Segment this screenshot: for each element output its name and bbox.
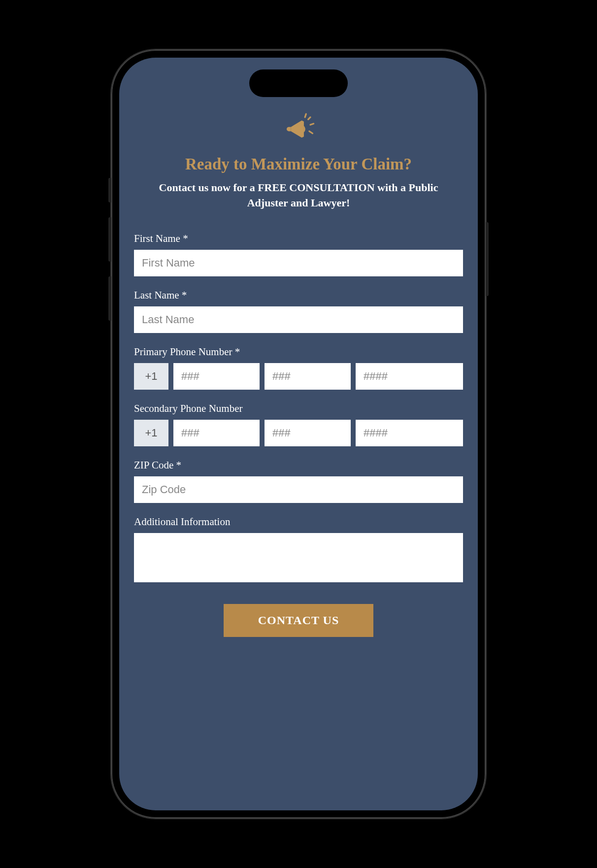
first-name-input[interactable] [134, 250, 463, 276]
primary-phone-area[interactable] [173, 363, 260, 390]
page-subheadline: Contact us now for a FREE CONSULTATION w… [134, 180, 463, 211]
first-name-label: First Name * [134, 233, 463, 245]
page-headline: Ready to Maximize Your Claim? [134, 155, 463, 173]
secondary-phone-area[interactable] [173, 420, 260, 446]
secondary-phone-label: Secondary Phone Number [134, 402, 463, 415]
megaphone-icon [281, 112, 316, 146]
primary-phone-group: Primary Phone Number * +1 [134, 346, 463, 390]
secondary-phone-prefix[interactable]: +1 [134, 420, 168, 446]
phone-screen: Ready to Maximize Your Claim? Contact us… [119, 58, 478, 810]
mute-switch [108, 178, 111, 202]
additional-info-textarea[interactable] [134, 533, 463, 582]
secondary-phone-group: Secondary Phone Number +1 [134, 402, 463, 446]
additional-info-group: Additional Information [134, 516, 463, 584]
zip-code-input[interactable] [134, 476, 463, 503]
additional-info-label: Additional Information [134, 516, 463, 528]
svg-line-2 [309, 131, 313, 133]
power-button [486, 222, 489, 296]
phone-device-frame: Ready to Maximize Your Claim? Contact us… [111, 50, 486, 818]
last-name-input[interactable] [134, 306, 463, 333]
zip-code-label: ZIP Code * [134, 459, 463, 471]
svg-line-0 [308, 117, 310, 119]
secondary-phone-row: +1 [134, 420, 463, 446]
header-icon-wrap [134, 112, 463, 146]
secondary-phone-exchange[interactable] [265, 420, 351, 446]
svg-line-1 [310, 124, 314, 125]
contact-us-button[interactable]: CONTACT US [224, 604, 373, 637]
volume-up-button [108, 217, 111, 262]
last-name-group: Last Name * [134, 289, 463, 333]
zip-code-group: ZIP Code * [134, 459, 463, 503]
primary-phone-prefix[interactable]: +1 [134, 363, 168, 390]
phone-side-buttons-left [108, 178, 111, 335]
primary-phone-line[interactable] [356, 363, 463, 390]
primary-phone-label: Primary Phone Number * [134, 346, 463, 358]
last-name-label: Last Name * [134, 289, 463, 301]
secondary-phone-line[interactable] [356, 420, 463, 446]
svg-line-3 [305, 114, 306, 117]
volume-down-button [108, 276, 111, 321]
first-name-group: First Name * [134, 233, 463, 276]
submit-wrap: CONTACT US [134, 604, 463, 637]
phone-side-buttons-right [486, 222, 489, 296]
primary-phone-row: +1 [134, 363, 463, 390]
dynamic-island [249, 69, 348, 97]
primary-phone-exchange[interactable] [265, 363, 351, 390]
form-page-content: Ready to Maximize Your Claim? Contact us… [119, 58, 478, 657]
